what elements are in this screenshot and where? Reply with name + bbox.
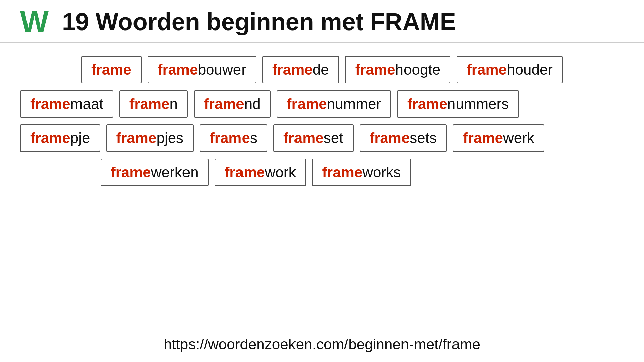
word-suffix: sets (410, 130, 437, 146)
word-suffix: nd (244, 96, 261, 112)
word-prefix: frame (322, 164, 362, 180)
word-prefix: frame (204, 96, 244, 112)
word-box-frames[interactable]: frames (200, 124, 267, 152)
word-box-framede[interactable]: framede (262, 56, 339, 83)
word-suffix: werken (151, 164, 199, 180)
word-prefix: frame (210, 130, 250, 146)
word-prefix: frame (111, 164, 151, 180)
page-header: W 19 Woorden beginnen met FRAME (0, 0, 644, 43)
word-suffix: n (170, 96, 178, 112)
footer-url: https://woordenzoeken.com/beginnen-met/f… (20, 336, 624, 353)
word-box-frameset[interactable]: frameset (273, 124, 354, 152)
word-box-framehoogte[interactable]: framehoogte (345, 56, 450, 83)
word-prefix: frame (272, 61, 313, 78)
word-prefix: frame (225, 164, 265, 180)
word-prefix: frame (355, 61, 395, 78)
word-suffix: works (362, 164, 401, 180)
word-box-framehouder[interactable]: framehouder (457, 56, 563, 83)
word-box-framemaat[interactable]: framemaat (20, 90, 113, 118)
words-row-3: framepjeframepjesframesframesetframesets… (20, 124, 624, 152)
word-box-framenummers[interactable]: framenummers (397, 90, 519, 118)
page-footer: https://woordenzoeken.com/beginnen-met/f… (0, 326, 644, 362)
word-box-frame[interactable]: frame (81, 56, 142, 83)
word-suffix: s (250, 130, 257, 146)
word-prefix: frame (116, 130, 157, 146)
word-box-framen[interactable]: framen (119, 90, 188, 118)
words-row-2: framemaatframenframendframenummerframenu… (20, 90, 624, 118)
word-suffix: pjes (156, 130, 183, 146)
word-suffix: werk (503, 130, 534, 146)
word-box-framewerken[interactable]: framewerken (101, 159, 209, 186)
word-prefix: frame (91, 61, 131, 78)
word-box-framesets[interactable]: framesets (360, 124, 447, 152)
word-suffix: houder (507, 61, 553, 78)
word-suffix: maat (70, 96, 103, 112)
word-box-framend[interactable]: framend (194, 90, 271, 118)
word-suffix: bouwer (198, 61, 246, 78)
word-prefix: frame (283, 130, 324, 146)
words-row-1: frameframebouwerframedeframehoogteframeh… (20, 56, 624, 83)
word-suffix: set (324, 130, 343, 146)
word-suffix: pje (70, 130, 90, 146)
word-prefix: frame (158, 61, 198, 78)
word-box-framepje[interactable]: framepje (20, 124, 100, 152)
page-title: 19 Woorden beginnen met FRAME (62, 8, 456, 36)
logo-w: W (20, 7, 49, 37)
word-prefix: frame (467, 61, 507, 78)
words-row-4: framewerkenframeworkframeworks (20, 159, 624, 186)
main-content: frameframebouwerframedeframehoogteframeh… (0, 43, 644, 326)
word-prefix: frame (129, 96, 170, 112)
word-prefix: frame (370, 130, 410, 146)
word-suffix: hoogte (395, 61, 441, 78)
word-prefix: frame (30, 130, 70, 146)
word-box-framenummer[interactable]: framenummer (277, 90, 391, 118)
word-suffix: work (265, 164, 296, 180)
word-suffix: nummer (327, 96, 381, 112)
word-box-framepjes[interactable]: framepjes (106, 124, 194, 152)
word-box-framewerk[interactable]: framewerk (453, 124, 544, 152)
word-prefix: frame (287, 96, 327, 112)
word-box-framework[interactable]: framework (215, 159, 306, 186)
word-box-frameworks[interactable]: frameworks (312, 159, 411, 186)
word-suffix: nummers (447, 96, 509, 112)
word-suffix: de (313, 61, 329, 78)
word-prefix: frame (407, 96, 447, 112)
word-prefix: frame (30, 96, 70, 112)
word-box-framebouwer[interactable]: framebouwer (148, 56, 256, 83)
word-prefix: frame (463, 130, 503, 146)
